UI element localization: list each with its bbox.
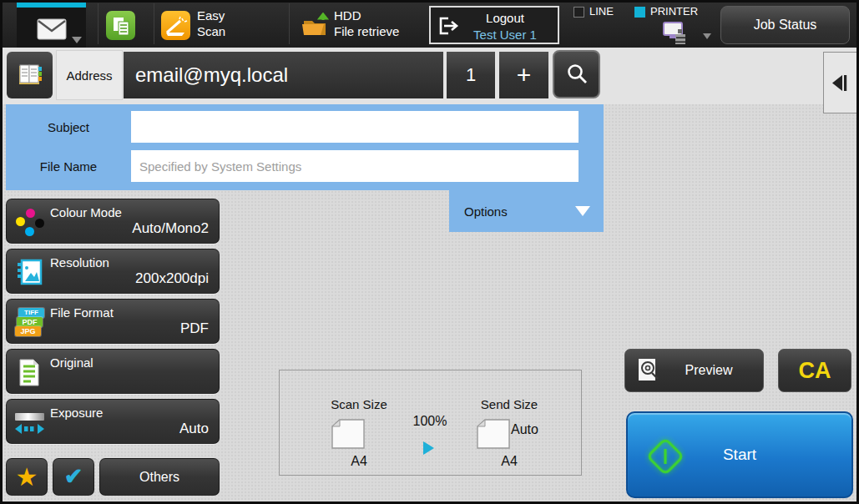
recipient-count: 1 <box>466 64 476 86</box>
preview-button[interactable]: Preview <box>624 349 764 392</box>
topbar-divider <box>98 3 99 44</box>
logout-button[interactable]: Logout Test User 1 <box>429 6 559 44</box>
clear-all-button[interactable]: CA <box>778 349 851 392</box>
scan-size-value-text: A4 <box>351 454 367 468</box>
tab-email[interactable] <box>17 2 86 48</box>
address-value: email@myq.local <box>135 63 288 86</box>
add-recipient-button[interactable]: + <box>499 52 548 98</box>
original-button[interactable]: Original <box>6 349 220 394</box>
subject-input[interactable] <box>131 111 579 143</box>
recipient-count-button[interactable]: 1 <box>447 52 495 98</box>
original-icon <box>15 358 44 387</box>
subject-label-text: Subject <box>48 120 89 134</box>
start-label: Start <box>628 413 851 496</box>
address-label-box: Address <box>56 50 123 100</box>
options-label: Options <box>464 190 508 232</box>
others-button[interactable]: Others <box>99 458 220 496</box>
hdd-line2: File retrieve <box>334 23 399 39</box>
address-input-field[interactable]: email@myq.local <box>124 52 443 98</box>
hdd-line1: HDD <box>334 8 399 23</box>
program-registration-button[interactable] <box>53 458 94 496</box>
copy-mode-button[interactable] <box>106 11 135 40</box>
colour-mode-value: Auto/Mono2 <box>132 220 209 237</box>
easy-scan-line1: Easy <box>197 8 225 23</box>
scan-size-label-text: Scan Size <box>331 397 387 411</box>
start-button[interactable]: Start <box>626 411 853 498</box>
resolution-icon <box>15 258 44 287</box>
send-size-mode-text: Auto <box>511 422 538 436</box>
colour-mode-button[interactable]: Colour Mode Auto/Mono2 <box>6 199 220 244</box>
scan-size-paper-icon[interactable] <box>331 419 365 449</box>
address-row: Address email@myq.local 1 + <box>0 48 859 104</box>
colour-mode-label: Colour Mode <box>50 205 122 219</box>
job-status-button[interactable]: Job Status <box>720 6 850 44</box>
address-book-button[interactable] <box>7 52 53 98</box>
easy-scan-line2: Scan <box>197 23 225 39</box>
file-format-value: PDF <box>180 320 209 337</box>
envelope-icon <box>37 18 67 40</box>
preview-label: Preview <box>661 363 756 378</box>
size-panel: Scan Size A4 100% Send Size Auto A4 <box>279 370 582 476</box>
status-dropdown-arrow-icon[interactable] <box>703 33 711 39</box>
tab-dropdown-arrow-icon[interactable] <box>72 37 82 43</box>
send-size-value: A4 <box>447 454 572 469</box>
logout-label: Logout <box>456 9 554 27</box>
search-icon <box>564 62 589 87</box>
easy-scan-button[interactable] <box>161 11 190 40</box>
options-expand-icon <box>575 206 590 216</box>
copy-ratio: 100% <box>388 414 472 429</box>
check-icon <box>64 466 83 488</box>
file-name-label: File Name <box>6 150 131 182</box>
send-size-label: Send Size <box>447 397 572 411</box>
scan-size-label: Scan Size <box>292 397 426 411</box>
send-size-paper-icon[interactable] <box>477 419 510 449</box>
topbar-divider <box>154 3 154 44</box>
device-status-icon[interactable] <box>659 21 692 44</box>
file-format-button[interactable]: TIFF PDF JPG File Format PDF <box>6 299 220 344</box>
resolution-button[interactable]: Resolution 200x200dpi <box>6 249 220 294</box>
send-settings-panel: Subject File Name <box>6 104 604 190</box>
resolution-value: 200x200dpi <box>135 270 209 287</box>
jpg-tag: JPG <box>15 326 41 336</box>
copy-ratio-text: 100% <box>413 414 447 428</box>
logged-in-user: Test User 1 <box>456 27 554 43</box>
colour-mode-icon <box>15 208 44 237</box>
favourites-button[interactable] <box>6 458 48 496</box>
address-book-icon <box>16 63 44 88</box>
clear-all-label: CA <box>799 358 831 384</box>
exposure-value: Auto <box>179 421 209 437</box>
others-label: Others <box>139 470 179 485</box>
options-button[interactable]: Options <box>449 190 604 232</box>
send-size-label-text: Send Size <box>481 397 538 411</box>
plus-icon: + <box>517 61 532 89</box>
line-status-indicator <box>574 7 584 18</box>
file-format-icon: TIFF PDF JPG <box>15 308 44 337</box>
send-size-mode: Auto <box>511 422 538 437</box>
file-format-label: File Format <box>50 305 114 320</box>
scanner-icon <box>164 15 188 37</box>
line-status-label: LINE <box>589 5 614 18</box>
collapse-panel-icon <box>831 75 850 91</box>
original-label: Original <box>50 355 93 370</box>
job-status-label: Job Status <box>754 18 817 33</box>
printer-status-label: PRINTER <box>650 5 698 18</box>
top-bar: Easy Scan HDD File retrieve Logout Test … <box>0 0 859 48</box>
address-label: Address <box>66 68 112 83</box>
active-tab-accent <box>17 2 86 8</box>
exposure-button[interactable]: Exposure Auto <box>6 399 220 444</box>
exposure-label: Exposure <box>50 406 103 420</box>
mfp-touch-screen: Easy Scan HDD File retrieve Logout Test … <box>0 0 859 504</box>
file-name-label-text: File Name <box>40 159 97 174</box>
subject-label: Subject <box>6 111 131 143</box>
hdd-folder-icon[interactable] <box>301 13 332 38</box>
file-name-input[interactable] <box>131 150 579 182</box>
send-size-value-text: A4 <box>501 454 518 468</box>
easy-scan-label[interactable]: Easy Scan <box>197 8 225 39</box>
address-search-button[interactable] <box>553 50 600 98</box>
topbar-divider <box>289 3 290 44</box>
size-arrow-icon <box>423 441 434 455</box>
star-icon <box>16 465 38 490</box>
action-panel-handle[interactable] <box>823 52 857 113</box>
hdd-retrieve-label[interactable]: HDD File retrieve <box>334 8 399 39</box>
copy-icon <box>110 15 132 37</box>
